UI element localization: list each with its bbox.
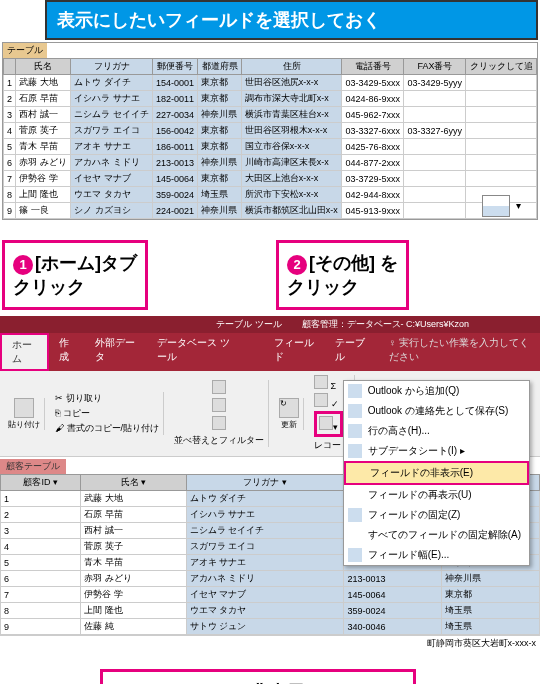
cell[interactable]: 042-944-8xxx bbox=[342, 187, 404, 203]
cell[interactable]: 東京都 bbox=[198, 123, 241, 139]
col-header[interactable]: 氏名 ▾ bbox=[81, 475, 186, 491]
cell[interactable]: 03-3327-6yyy bbox=[404, 123, 466, 139]
cell[interactable]: 4 bbox=[1, 539, 81, 555]
cell[interactable] bbox=[404, 187, 466, 203]
filter-button[interactable] bbox=[212, 416, 226, 432]
cell[interactable]: サトウ ジュン bbox=[186, 619, 344, 635]
cell[interactable]: イシハラ サナエ bbox=[71, 91, 153, 107]
cell[interactable]: 340-0046 bbox=[344, 619, 442, 635]
cell[interactable]: 菅原 英子 bbox=[81, 539, 186, 555]
cell[interactable]: 埼玉県 bbox=[442, 619, 540, 635]
col-header[interactable]: FAX番号 bbox=[404, 59, 466, 75]
datasheet-format-icon[interactable] bbox=[482, 195, 510, 217]
cell[interactable]: 神奈川県 bbox=[198, 155, 241, 171]
col-header[interactable]: フリガナ ▾ bbox=[186, 475, 344, 491]
cell[interactable]: 国立市谷保x-x-x bbox=[241, 139, 342, 155]
copy-button[interactable]: ⎘ コピー bbox=[55, 407, 90, 420]
sort-desc-button[interactable] bbox=[212, 398, 226, 414]
cell[interactable]: 所沢市下安松x-x-x bbox=[241, 187, 342, 203]
col-header[interactable]: 顧客ID ▾ bbox=[1, 475, 81, 491]
cell[interactable]: 8 bbox=[4, 187, 16, 203]
cell[interactable] bbox=[404, 203, 466, 219]
cell[interactable]: 横浜市都筑区北山田x-x bbox=[241, 203, 342, 219]
cell[interactable]: 03-3429-5xxx bbox=[342, 75, 404, 91]
menu-item[interactable]: フィールド幅(E)... bbox=[344, 545, 529, 565]
cell[interactable] bbox=[466, 75, 537, 91]
cell[interactable]: スガワラ エイコ bbox=[71, 123, 153, 139]
cell[interactable]: 182-0011 bbox=[153, 91, 198, 107]
cell[interactable] bbox=[404, 171, 466, 187]
cell[interactable]: 川崎市高津区末長x-x bbox=[241, 155, 342, 171]
cell[interactable]: 伊勢谷 学 bbox=[16, 171, 71, 187]
datasheet-2-tab[interactable]: 顧客テーブル bbox=[0, 459, 66, 474]
cell[interactable]: アカハネ ミドリ bbox=[71, 155, 153, 171]
cell[interactable] bbox=[466, 139, 537, 155]
cell[interactable]: アオキ サナエ bbox=[71, 139, 153, 155]
cell[interactable]: 154-0001 bbox=[153, 75, 198, 91]
cell[interactable]: 145-0064 bbox=[153, 171, 198, 187]
cell[interactable]: 東京都 bbox=[198, 91, 241, 107]
cell[interactable]: 神奈川県 bbox=[198, 203, 241, 219]
cell[interactable]: 03-3729-5xxx bbox=[342, 171, 404, 187]
cell[interactable]: 7 bbox=[1, 587, 81, 603]
tab-create[interactable]: 作成 bbox=[49, 333, 86, 371]
col-header[interactable]: フリガナ bbox=[71, 59, 153, 75]
cell[interactable]: ニシムラ セイイチ bbox=[186, 523, 344, 539]
cell[interactable]: 044-877-2xxx bbox=[342, 155, 404, 171]
cell[interactable]: 2 bbox=[4, 91, 16, 107]
cell[interactable] bbox=[404, 139, 466, 155]
tab-external[interactable]: 外部データ bbox=[85, 333, 147, 371]
cell[interactable]: 世田谷区池尻x-x-x bbox=[241, 75, 342, 91]
cell[interactable] bbox=[466, 171, 537, 187]
cell[interactable]: 0424-86-9xxx bbox=[342, 91, 404, 107]
cell[interactable]: 神奈川県 bbox=[442, 571, 540, 587]
menu-item[interactable]: サブデータシート(I) ▸ bbox=[344, 441, 529, 461]
cell[interactable]: 大田区上池台x-x-x bbox=[241, 171, 342, 187]
paste-button[interactable]: 貼り付け bbox=[8, 398, 40, 430]
cell[interactable]: 東京都 bbox=[198, 139, 241, 155]
cell[interactable]: ウエマ タカヤ bbox=[186, 603, 344, 619]
cell[interactable]: 3 bbox=[1, 523, 81, 539]
col-header[interactable]: 郵便番号 bbox=[153, 59, 198, 75]
cell[interactable] bbox=[466, 107, 537, 123]
menu-item[interactable]: フィールドの非表示(E) bbox=[344, 461, 529, 485]
cell[interactable]: 145-0064 bbox=[344, 587, 442, 603]
cell[interactable]: 4 bbox=[4, 123, 16, 139]
cell[interactable]: 6 bbox=[4, 155, 16, 171]
refresh-button[interactable]: ↻更新 bbox=[279, 398, 299, 430]
cell[interactable]: 赤羽 みどり bbox=[16, 155, 71, 171]
cell[interactable]: 7 bbox=[4, 171, 16, 187]
cell[interactable]: ムトウ ダイチ bbox=[71, 75, 153, 91]
cell[interactable]: 5 bbox=[4, 139, 16, 155]
cell[interactable]: 0425-76-8xxx bbox=[342, 139, 404, 155]
cell[interactable]: 伊勢谷 学 bbox=[81, 587, 186, 603]
cell[interactable]: 5 bbox=[1, 555, 81, 571]
cell[interactable]: 1 bbox=[4, 75, 16, 91]
cell[interactable]: 2 bbox=[1, 507, 81, 523]
cell[interactable]: 227-0034 bbox=[153, 107, 198, 123]
cell[interactable] bbox=[466, 91, 537, 107]
col-header[interactable] bbox=[4, 59, 16, 75]
cell[interactable]: 156-0042 bbox=[153, 123, 198, 139]
cell[interactable]: 東京都 bbox=[442, 587, 540, 603]
cell[interactable]: 武藤 大地 bbox=[16, 75, 71, 91]
cell[interactable]: 359-0024 bbox=[153, 187, 198, 203]
cell[interactable]: 西村 誠一 bbox=[16, 107, 71, 123]
cell[interactable]: 調布市深大寺北町x-x bbox=[241, 91, 342, 107]
cell[interactable]: 9 bbox=[4, 203, 16, 219]
menu-item[interactable]: フィールドの再表示(U) bbox=[344, 485, 529, 505]
tab-home[interactable]: ホーム bbox=[0, 333, 49, 371]
cell[interactable]: 神奈川県 bbox=[198, 107, 241, 123]
cell[interactable]: 佐藤 純 bbox=[81, 619, 186, 635]
cell[interactable]: 1 bbox=[1, 491, 81, 507]
cell[interactable]: 青木 早苗 bbox=[16, 139, 71, 155]
cell[interactable]: ムトウ ダイチ bbox=[186, 491, 344, 507]
cell[interactable]: 赤羽 みどり bbox=[81, 571, 186, 587]
cell[interactable]: 6 bbox=[1, 571, 81, 587]
cell[interactable]: 篠 一良 bbox=[16, 203, 71, 219]
cell[interactable]: 埼玉県 bbox=[198, 187, 241, 203]
cell[interactable]: 菅原 英子 bbox=[16, 123, 71, 139]
cell[interactable]: 東京都 bbox=[198, 171, 241, 187]
cell[interactable] bbox=[404, 107, 466, 123]
cell[interactable] bbox=[404, 155, 466, 171]
